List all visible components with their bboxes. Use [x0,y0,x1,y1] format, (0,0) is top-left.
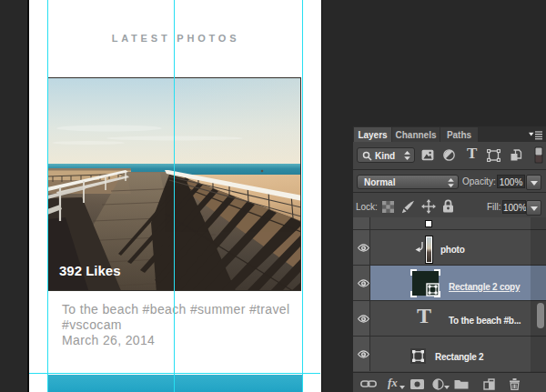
svg-text:392 Likes: 392 Likes [59,263,121,278]
